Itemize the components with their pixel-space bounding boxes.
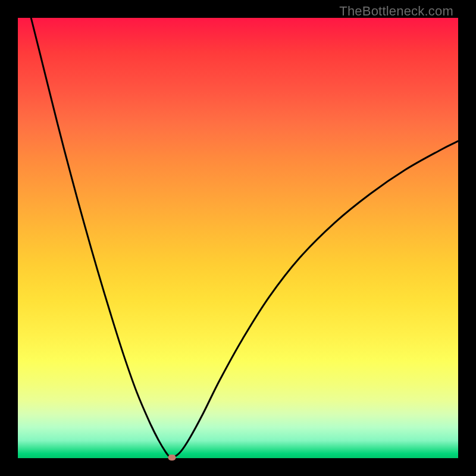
chart-frame: TheBottleneck.com	[0, 0, 476, 476]
optimum-marker	[168, 455, 176, 461]
bottleneck-curve	[18, 18, 458, 458]
watermark-text: TheBottleneck.com	[339, 4, 453, 19]
plot-area	[18, 18, 458, 458]
